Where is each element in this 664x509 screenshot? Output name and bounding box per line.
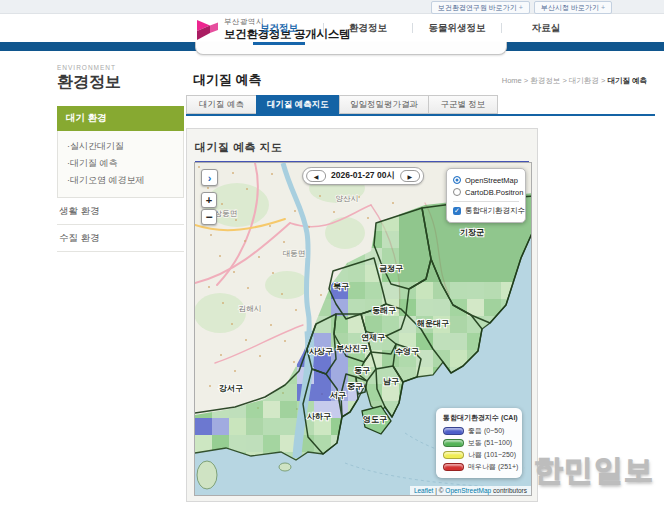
tab-underline <box>186 114 655 116</box>
prev-hour-button[interactable]: ◀ <box>306 170 326 182</box>
sidebar-item-realtime-air[interactable]: ·실시간대기질 <box>67 138 174 155</box>
map-expand-button[interactable]: › <box>201 169 218 186</box>
next-hour-button[interactable]: ▶ <box>400 170 420 182</box>
nav-health-info[interactable]: 보건정보 <box>235 22 323 35</box>
zoom-out-button[interactable]: − <box>201 209 217 225</box>
tab-daily-evaluation[interactable]: 일일정밀평가결과 <box>339 95 428 114</box>
district-label: 해운대구 <box>416 319 449 328</box>
forecast-map-panel: 대기질 예측 지도 <box>186 128 538 502</box>
leaflet-link[interactable]: Leaflet <box>414 487 434 494</box>
panel-title: 대기질 예측 지도 <box>195 141 283 153</box>
overlay-option-cai[interactable]: ✓ 통합대기환경지수 <box>453 205 519 217</box>
legend-item-bad: 나쁨 (101~250) <box>443 450 515 460</box>
quick-link-research-institute[interactable]: 보건환경연구원 바로가기+ <box>431 1 530 14</box>
sidebar-section-air[interactable]: 대기 환경 <box>57 106 184 131</box>
radio-icon <box>453 188 461 196</box>
zoom-in-button[interactable]: + <box>201 192 217 208</box>
quick-links: 보건환경연구원 바로가기+ 부산시청 바로가기+ <box>431 1 612 14</box>
district-label: 중구 <box>347 382 363 391</box>
forecast-time-control: ◀ 2026-01-27 00시 ▶ <box>302 167 424 185</box>
busan-health-env-portal: 보건환경연구원 바로가기+ 부산시청 바로가기+ 부산광역시 보건환경정보 공개… <box>0 0 664 509</box>
legend-title: 통합대기환경지수 (CAI) <box>443 413 515 423</box>
osm-link[interactable]: OpenStreetMap <box>445 487 491 494</box>
top-utility-bar: 보건환경연구원 바로가기+ 부산시청 바로가기+ <box>0 0 664 14</box>
sidebar-section-water[interactable]: 수질 환경 <box>57 225 184 252</box>
nav-active-indicator <box>253 42 305 45</box>
sidebar-air-submenu: ·실시간대기질 ·대기질 예측 ·대기오염 예경보제 <box>57 131 184 198</box>
busan-logo-icon <box>196 19 219 41</box>
tab-bar: 대기질 예측 대기질 예측지도 일일정밀평가결과 구군별 정보 <box>186 95 655 116</box>
legend-item-very-bad: 매우나쁨 (251+) <box>443 462 515 472</box>
layer-control: OpenStreetMap CartoDB.Positron ✓ 통합대기환경지… <box>446 168 526 223</box>
district-label: 동구 <box>354 366 370 375</box>
layer-divider <box>453 201 519 202</box>
district-label: 사상구 <box>309 347 333 356</box>
sidebar: ENVIRONMENT 환경정보 대기 환경 ·실시간대기질 ·대기질 예측 ·… <box>57 64 184 252</box>
district-label: 수영구 <box>395 347 419 356</box>
city-label: 김해시 <box>239 304 262 313</box>
leaflet-map[interactable]: 양산시김해시상동면대동면 기장군금정구북구동래구해운대구연제구수영구부산진구사상… <box>194 162 532 496</box>
plus-icon: + <box>601 4 605 11</box>
page-title: 대기질 예측 <box>193 72 262 87</box>
plus-icon: + <box>519 4 523 11</box>
legend-swatch-bad <box>443 451 464 459</box>
tab-district-info[interactable]: 구군별 정보 <box>428 95 498 114</box>
district-label: 강서구 <box>219 384 243 393</box>
nav-library[interactable]: 자료실 <box>502 22 590 35</box>
district-label: 북구 <box>333 282 349 291</box>
district-label: 영도구 <box>363 415 387 424</box>
tab-air-forecast[interactable]: 대기질 예측 <box>186 95 256 114</box>
newspaper-watermark: 한민일보 <box>534 451 654 491</box>
map-attribution: Leaflet | © OpenStreetMap contributors <box>410 486 531 495</box>
sidebar-item-air-forecast[interactable]: ·대기질 예측 <box>67 155 174 172</box>
radio-icon <box>453 176 461 184</box>
legend-swatch-good <box>443 427 464 435</box>
legend-item-good: 좋음 (0~50) <box>443 426 515 436</box>
global-nav: 보건정보 환경정보 동물위생정보 자료실 <box>235 14 664 42</box>
checkbox-checked-icon: ✓ <box>453 207 461 215</box>
quick-link-city-hall[interactable]: 부산시청 바로가기+ <box>534 1 612 14</box>
sidebar-eyebrow: ENVIRONMENT <box>57 64 184 71</box>
district-label: 남구 <box>383 377 399 386</box>
city-label: 양산시 <box>336 194 359 203</box>
district-label: 부산진구 <box>336 344 368 353</box>
site-header: 부산광역시 보건환경정보 공개시스템 보건정보 환경정보 동물위생정보 자료실 <box>0 14 664 42</box>
content-header: 대기질 예측 Home > 환경정보 > 대기환경 > 대기질 예측 <box>193 70 653 89</box>
tab-forecast-map[interactable]: 대기질 예측지도 <box>256 95 339 114</box>
nav-environment-info[interactable]: 환경정보 <box>324 22 412 35</box>
district-label: 기장군 <box>460 228 484 237</box>
district-label: 사하구 <box>307 412 331 421</box>
layer-option-openstreetmap[interactable]: OpenStreetMap <box>453 174 519 186</box>
nav-animal-hygiene-info[interactable]: 동물위생정보 <box>413 22 501 35</box>
district-label: 동래구 <box>372 306 396 315</box>
legend-swatch-very-bad <box>443 463 464 471</box>
district-label: 금정구 <box>379 264 403 273</box>
cai-legend: 통합대기환경지수 (CAI) 좋음 (0~50) 보통 (51~100) 나쁨 … <box>436 408 522 478</box>
district-label: 서구 <box>330 391 346 400</box>
city-label: 상동면 <box>215 209 238 218</box>
forecast-datetime: 2026-01-27 00시 <box>331 170 395 182</box>
layer-option-cartodb[interactable]: CartoDB.Positron <box>453 186 519 198</box>
legend-item-moderate: 보통 (51~100) <box>443 438 515 448</box>
breadcrumb: Home > 환경정보 > 대기환경 > 대기질 예측 <box>502 76 647 86</box>
district-label: 연제구 <box>361 333 385 342</box>
city-label: 대동면 <box>283 249 306 258</box>
sidebar-section-living[interactable]: 생활 환경 <box>57 198 184 225</box>
nav-dropdown-panel <box>195 42 507 55</box>
sidebar-title: 환경정보 <box>57 72 184 93</box>
sidebar-item-air-alert[interactable]: ·대기오염 예경보제 <box>67 172 174 189</box>
legend-swatch-moderate <box>443 439 464 447</box>
